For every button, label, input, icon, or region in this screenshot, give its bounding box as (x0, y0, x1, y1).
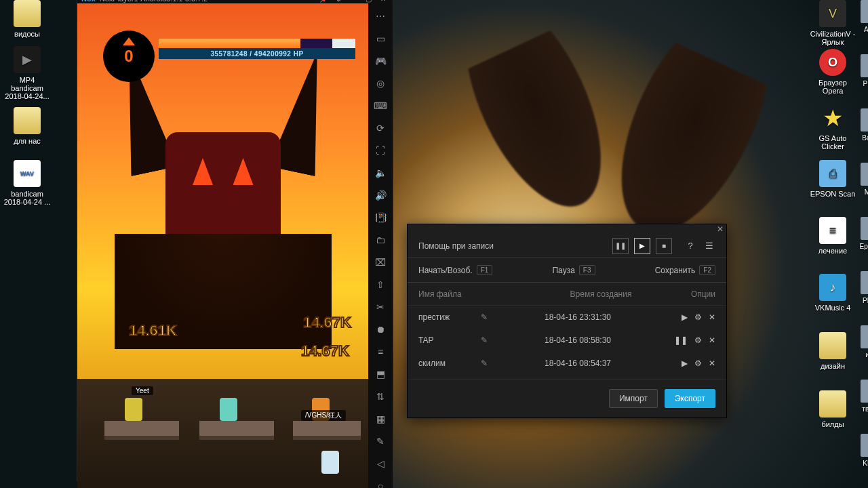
recording-row: TAP✎18-04-16 08:58:30❚❚⚙✕ (408, 329, 726, 352)
desktop-icon[interactable]: KB (857, 434, 868, 467)
edit-icon[interactable]: ✎ (481, 336, 494, 345)
desktop-icon[interactable]: PF (857, 54, 868, 87)
hero-sprite (321, 451, 339, 474)
hotkey-row: Начать/Возоб. F1 Пауза F3 Сохранить F2 (408, 258, 726, 283)
location-icon[interactable]: ◎ (373, 76, 388, 91)
play-button[interactable]: ▶ (634, 238, 650, 254)
folder-icon (14, 107, 41, 134)
icon-label: билды (808, 420, 857, 428)
app-icon (861, 380, 868, 403)
record-icon[interactable]: ⏺ (373, 322, 388, 337)
desktop-icon[interactable]: Bar (857, 108, 868, 142)
desktop-icon[interactable]: PH (857, 271, 868, 304)
back-icon[interactable]: ◁ (373, 456, 388, 471)
play-icon[interactable]: ▶ (682, 359, 688, 368)
help-icon[interactable]: ? (684, 240, 696, 252)
pause-icon[interactable]: ❚❚ (674, 336, 688, 345)
desktop-icon[interactable]: V CivilizationV - Ярлык (808, 0, 857, 46)
wav-icon: WAV (14, 160, 41, 187)
delete-icon[interactable]: ✕ (709, 312, 715, 322)
icon-label: дизайн (808, 362, 857, 370)
rotate-icon[interactable]: ⟳ (373, 121, 388, 136)
ground (77, 379, 368, 488)
icon-label: и (857, 351, 868, 359)
pause-button[interactable]: ❚❚ (612, 238, 629, 254)
desktop-icon[interactable]: M (857, 163, 868, 196)
desktop-icon[interactable]: и (857, 325, 868, 359)
fullscreen-icon[interactable]: ⛶ (373, 143, 388, 158)
app-icon: V (819, 0, 846, 27)
app-icon (861, 54, 868, 77)
gear-icon[interactable]: ⚙ (694, 312, 702, 322)
hero-sprite (220, 398, 237, 421)
keyboard-icon[interactable]: ⌨ (373, 98, 388, 113)
menu-icon[interactable]: ≡ (373, 344, 388, 359)
desktop-icon[interactable]: ♪ VKMusic 4 (808, 274, 857, 312)
edit-icon[interactable]: ✎ (481, 359, 494, 368)
desktop-icon[interactable]: O Браузер Opera (808, 49, 857, 95)
app-icon (861, 163, 868, 186)
folder-icon (14, 0, 41, 27)
icon-label: Ar (857, 26, 868, 33)
export-button[interactable]: Экспорт (665, 389, 715, 408)
desktop-icon[interactable]: ▶ MP4 bandicam 2018-04-24... (3, 46, 52, 100)
delete-icon[interactable]: ✕ (709, 359, 715, 368)
volume-up-icon[interactable]: 🔊 (373, 188, 388, 203)
desktop-icon[interactable]: для нас (3, 107, 52, 145)
tablet-icon[interactable]: ▭ (373, 31, 388, 46)
cut-icon[interactable]: ✂ (373, 300, 388, 314)
desktop-icon[interactable]: Epso (857, 217, 868, 250)
game-viewport[interactable]: 0 355781248 / 494200992 HP 14.61K14.67K1… (77, 3, 368, 488)
icon-label: PF (857, 80, 868, 87)
shake-icon[interactable]: 📳 (373, 210, 388, 225)
boss-sprite (94, 51, 352, 322)
upload-icon[interactable]: ⇧ (373, 277, 388, 292)
icon-label: EPSON Scan (808, 190, 857, 198)
desktop-icon[interactable]: ≡ лечение (808, 217, 857, 255)
desktop-icon[interactable]: тво (857, 380, 868, 413)
screenshot-icon[interactable]: ⌧ (373, 255, 388, 270)
player-nametag: Yeet (132, 386, 153, 395)
desktop-icon[interactable]: WAV bandicam 2018-04-24 ... (3, 160, 52, 206)
app-icon (861, 108, 868, 131)
hero-sprite (125, 398, 142, 421)
desktop-icon[interactable]: ★ GS Auto Clicker (808, 104, 857, 150)
gamepad-icon[interactable]: 🎮 (373, 54, 388, 68)
multi-icon[interactable]: ▦ (373, 411, 388, 426)
edit-icon[interactable]: ✎ (481, 312, 494, 322)
delete-icon[interactable]: ✕ (709, 336, 715, 345)
opera-icon: O (819, 49, 846, 76)
more-icon[interactable]: ⋯ (373, 9, 388, 24)
desktop-icon[interactable]: ⎙ EPSON Scan (808, 160, 857, 198)
app-icon (861, 434, 868, 457)
desktop-icon[interactable]: Ar (857, 0, 868, 33)
play-icon[interactable]: ▶ (682, 312, 688, 322)
icon-label: видосы (3, 30, 52, 38)
desktop-icon[interactable]: видосы (3, 0, 52, 38)
hk-pause-label: Пауза (552, 266, 574, 275)
gear-icon[interactable]: ⚙ (694, 359, 702, 368)
script-icon[interactable]: ✎ (373, 434, 388, 449)
close-icon[interactable]: ✕ (717, 224, 724, 234)
desktop-icon[interactable]: дизайн (808, 332, 857, 370)
home-icon[interactable]: ○ (373, 479, 388, 488)
gear-icon[interactable]: ⚙ (694, 336, 702, 345)
list-icon[interactable]: ☰ (703, 240, 715, 252)
app-icon (861, 325, 868, 348)
col-options: Опции (668, 289, 715, 299)
volume-icon[interactable]: 🔈 (373, 165, 388, 180)
hp-bar: 355781248 / 494200992 HP (159, 39, 355, 59)
hp-text: 355781248 / 494200992 HP (159, 48, 355, 59)
record-helper-panel: ✕ Помощь при записи ❚❚ ▶ ■ ? ☰ Начать/Во… (407, 224, 727, 418)
sync-icon[interactable]: ⇅ (373, 389, 388, 404)
desktop-icon[interactable]: билды (808, 390, 857, 428)
import-button[interactable]: Импорт (609, 389, 658, 408)
scanner-icon: ⎙ (819, 160, 846, 187)
damage-number: 14.67K (301, 342, 349, 360)
stop-button[interactable]: ■ (656, 238, 672, 254)
icon-sublabel: bandicam 2018-04-24... (3, 84, 52, 100)
panel-title: Помощь при записи (418, 241, 607, 251)
icon-label: KB (857, 460, 868, 467)
apk-icon[interactable]: ⬒ (373, 367, 388, 382)
folder-icon[interactable]: 🗀 (373, 232, 388, 247)
